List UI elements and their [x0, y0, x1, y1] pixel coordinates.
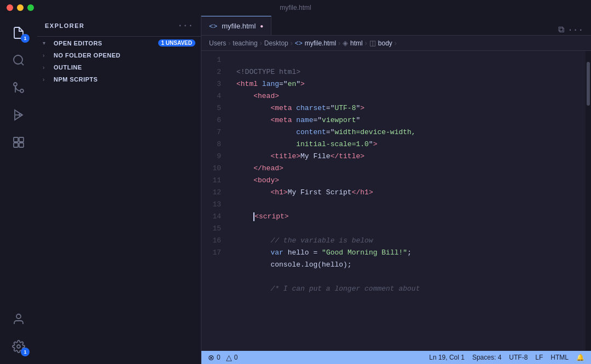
no-folder-label: No Folder Opened: [54, 52, 195, 59]
statusbar-left: ⊗ 0 △ 0: [208, 353, 237, 362]
svg-point-3: [14, 83, 17, 86]
eol-status[interactable]: LF: [535, 354, 543, 361]
editor-area: <> myfile.html ● ⧉ ··· Users › teaching …: [201, 15, 591, 364]
warning-icon: △: [226, 353, 232, 362]
chevron-right-icon-2: ›: [43, 65, 50, 71]
svg-point-0: [14, 55, 22, 64]
tab-bar: <> myfile.html ● ⧉ ···: [201, 15, 591, 36]
split-editor-icon[interactable]: ⧉: [558, 25, 564, 35]
sidebar-title: Explorer: [45, 22, 85, 29]
bell-icon: 🔔: [576, 354, 584, 361]
breadcrumb-sep-1: ›: [228, 39, 230, 47]
tab-actions: ⧉ ···: [558, 25, 591, 35]
run-debug-activity-icon[interactable]: [5, 102, 32, 128]
svg-point-2: [20, 89, 24, 93]
close-button[interactable]: [7, 4, 13, 11]
sidebar-section-npm: › NPM Scripts: [37, 73, 201, 85]
svg-rect-7: [14, 137, 18, 142]
settings-badge: 1: [21, 348, 30, 356]
chevron-down-icon: ▾: [43, 40, 50, 46]
errors-status[interactable]: ⊗ 0: [208, 353, 221, 362]
statusbar-right: Ln 19, Col 1 Spaces: 4 UTF-8 LF HTML 🔔: [429, 354, 584, 361]
language-status[interactable]: HTML: [551, 354, 569, 361]
sidebar-section-open-editors: ▾ Open Editors 1 UNSAVED: [37, 37, 201, 49]
settings-activity-icon[interactable]: 1: [5, 333, 32, 360]
breadcrumb-sep-3: ›: [291, 39, 293, 47]
source-control-activity-icon[interactable]: [5, 74, 32, 101]
npm-label: NPM Scripts: [54, 76, 195, 83]
sidebar-item-open-editors[interactable]: ▾ Open Editors 1 UNSAVED: [37, 37, 201, 49]
chevron-right-icon-3: ›: [43, 77, 50, 83]
breadcrumb-body-icon: ◫: [369, 39, 376, 47]
warnings-status[interactable]: △ 0: [226, 353, 238, 362]
breadcrumb: Users › teaching › Desktop › <> myfile.h…: [201, 36, 591, 51]
maximize-button[interactable]: [27, 4, 34, 11]
outline-label: Outline: [54, 64, 195, 71]
sidebar-item-npm[interactable]: › NPM Scripts: [37, 73, 201, 85]
sidebar-item-outline[interactable]: › Outline: [37, 61, 201, 73]
spaces-text: Spaces: 4: [472, 354, 501, 361]
line-numbers: 1 2 3 4 5 6 7 8 9 10 11 12 13 14 15 16 1…: [201, 51, 229, 351]
breadcrumb-sep-4: ›: [338, 39, 340, 47]
breadcrumb-sep-2: ›: [260, 39, 262, 47]
eol-text: LF: [535, 354, 543, 361]
statusbar: ⊗ 0 △ 0 Ln 19, Col 1 Spaces: 4 UTF-8: [201, 351, 591, 364]
breadcrumb-html[interactable]: html: [350, 39, 363, 47]
breadcrumb-file-icon: <>: [295, 39, 303, 47]
sidebar-header: Explorer ···: [37, 15, 201, 37]
encoding-text: UTF-8: [509, 354, 528, 361]
main-layout: 1: [0, 15, 591, 364]
unsaved-dot: ●: [260, 23, 263, 29]
search-activity-icon[interactable]: [5, 47, 32, 73]
breadcrumb-teaching[interactable]: teaching: [233, 39, 257, 47]
open-editors-label: Open Editors: [54, 40, 155, 47]
extensions-activity-icon[interactable]: [5, 129, 32, 155]
window-title: myfile.html: [280, 4, 311, 11]
breadcrumb-body[interactable]: body: [378, 39, 392, 47]
account-activity-icon[interactable]: [5, 306, 32, 332]
minimize-button[interactable]: [17, 4, 24, 11]
breadcrumb-sep-5: ›: [365, 39, 367, 47]
breadcrumb-users[interactable]: Users: [209, 39, 226, 47]
breadcrumb-desktop[interactable]: Desktop: [264, 39, 288, 47]
error-count: 0: [217, 354, 221, 361]
explorer-activity-icon[interactable]: 1: [5, 20, 32, 46]
window-controls: [7, 4, 34, 11]
breadcrumb-html-icon: ◈: [343, 39, 348, 47]
activity-bar: 1: [0, 15, 37, 364]
svg-rect-8: [19, 137, 24, 142]
unsaved-badge: 1 UNSAVED: [158, 39, 196, 47]
more-actions-icon[interactable]: ···: [567, 25, 583, 35]
svg-line-1: [21, 63, 24, 65]
scrollbar-thumb[interactable]: [587, 62, 590, 106]
tab-myfile[interactable]: <> myfile.html ●: [201, 16, 271, 35]
sidebar-more-icon[interactable]: ···: [177, 21, 193, 31]
html-icon: <>: [209, 22, 217, 30]
sidebar-item-no-folder[interactable]: › No Folder Opened: [37, 49, 201, 61]
sidebar-section-outline: › Outline: [37, 61, 201, 73]
title-bar: myfile.html: [0, 0, 591, 15]
error-icon: ⊗: [208, 353, 215, 362]
cursor-position[interactable]: Ln 19, Col 1: [429, 354, 465, 361]
breadcrumb-sep-6: ›: [395, 39, 397, 47]
warning-count: 0: [234, 354, 238, 361]
code-content[interactable]: <!DOCTYPE html> <html lang="en"> <head> …: [229, 51, 586, 351]
svg-rect-9: [14, 143, 18, 147]
notification-bell[interactable]: 🔔: [576, 354, 584, 361]
encoding-status[interactable]: UTF-8: [509, 354, 528, 361]
sidebar-section-no-folder: › No Folder Opened: [37, 49, 201, 61]
tab-filename: myfile.html: [222, 22, 256, 30]
svg-rect-10: [19, 143, 24, 147]
chevron-right-icon: ›: [43, 53, 50, 59]
svg-point-11: [16, 314, 21, 319]
explorer-badge: 1: [21, 34, 30, 43]
language-text: HTML: [551, 354, 569, 361]
svg-point-12: [17, 345, 20, 348]
indentation-status[interactable]: Spaces: 4: [472, 354, 501, 361]
sidebar: Explorer ··· ▾ Open Editors 1 UNSAVED › …: [37, 15, 201, 364]
breadcrumb-filename[interactable]: myfile.html: [305, 39, 336, 47]
scrollbar[interactable]: [586, 51, 591, 351]
position-text: Ln 19, Col 1: [429, 354, 465, 361]
code-editor[interactable]: 1 2 3 4 5 6 7 8 9 10 11 12 13 14 15 16 1…: [201, 51, 591, 351]
